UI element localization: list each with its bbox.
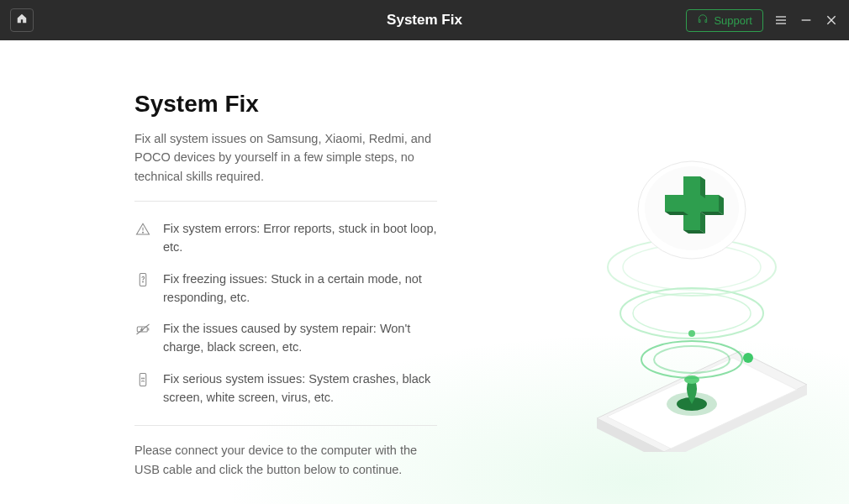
feature-list: Fix system errors: Error reports, stuck … — [134, 202, 437, 425]
feature-text: Fix serious system issues: System crashe… — [163, 370, 437, 407]
phone-dead-icon — [134, 371, 151, 388]
svg-marker-37 — [700, 176, 705, 198]
feature-item: Fix the issues caused by system repair: … — [134, 313, 437, 364]
window-controls — [773, 13, 839, 28]
close-button[interactable] — [824, 13, 839, 28]
app-title: System Fix — [387, 12, 462, 29]
minimize-button[interactable] — [799, 13, 814, 28]
feature-text: Fix the issues caused by system repair: … — [163, 320, 437, 357]
svg-point-7 — [143, 233, 144, 234]
illustration — [555, 99, 824, 452]
right-column — [437, 40, 849, 504]
home-icon — [16, 13, 28, 28]
no-charge-icon — [134, 321, 151, 338]
support-button[interactable]: Support — [686, 9, 763, 32]
feature-item: Fix system errors: Error reports, stuck … — [134, 213, 437, 264]
titlebar: System Fix Support — [0, 0, 849, 40]
page-description: Fix all system issues on Samsung, Xiaomi… — [134, 129, 437, 186]
page-heading: System Fix — [134, 91, 437, 118]
menu-button[interactable] — [773, 13, 788, 28]
phone-question-icon — [134, 271, 151, 288]
svg-point-9 — [143, 281, 144, 282]
feature-item: Fix serious system issues: System crashe… — [134, 364, 437, 414]
svg-marker-39 — [700, 212, 705, 234]
svg-point-27 — [743, 353, 753, 363]
divider — [134, 425, 437, 426]
headset-icon — [697, 13, 709, 28]
svg-point-29 — [633, 293, 751, 333]
main-content: System Fix Fix all system issues on Sams… — [0, 40, 849, 504]
warning-triangle-icon — [134, 221, 151, 238]
home-button[interactable] — [10, 8, 34, 32]
instruction-text: Please connect your device to the comput… — [134, 441, 437, 479]
support-label: Support — [714, 14, 752, 27]
svg-rect-13 — [140, 373, 146, 386]
feature-text: Fix freezing issues: Stuck in a certain … — [163, 270, 437, 307]
svg-point-26 — [654, 346, 730, 373]
feature-text: Fix system errors: Error reports, stuck … — [163, 220, 437, 257]
titlebar-right: Support — [686, 9, 839, 32]
left-column: System Fix Fix all system issues on Sams… — [0, 40, 437, 504]
feature-item: Fix freezing issues: Stuck in a certain … — [134, 264, 437, 314]
svg-marker-38 — [719, 195, 724, 215]
svg-point-24 — [684, 375, 699, 384]
svg-point-30 — [688, 330, 695, 337]
